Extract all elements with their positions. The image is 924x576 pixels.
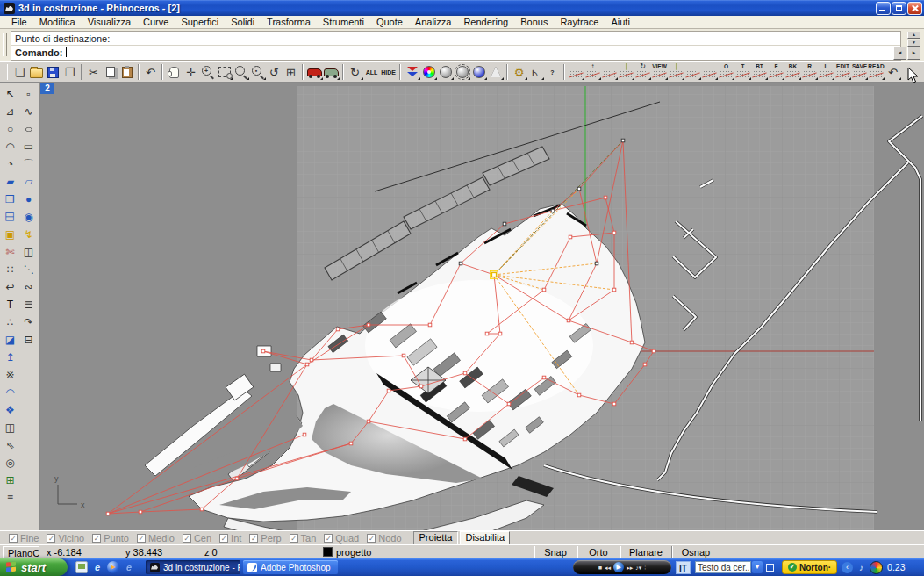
- control-point[interactable]: [652, 349, 655, 353]
- control-point[interactable]: [463, 437, 467, 441]
- control-point[interactable]: [503, 222, 506, 226]
- control-point[interactable]: [139, 510, 142, 514]
- text-tool-icon[interactable]: T: [1, 296, 19, 313]
- viewport-drawing[interactable]: y x: [40, 83, 924, 530]
- array-path-icon[interactable]: ⋱: [19, 261, 38, 278]
- arc-icon[interactable]: ⌒: [19, 155, 38, 173]
- osnap-checkbox-tan[interactable]: ✓: [290, 534, 298, 543]
- surface-corner-icon[interactable]: ▱: [19, 173, 38, 191]
- deskband-grip-icon[interactable]: ⁞: [644, 565, 646, 571]
- offset-icon[interactable]: ≣: [19, 296, 38, 313]
- rectangle-icon[interactable]: ▭: [19, 138, 38, 155]
- command-scroll-buttons[interactable]: ◂▸: [893, 47, 920, 60]
- control-point[interactable]: [200, 508, 204, 511]
- language-indicator[interactable]: IT: [676, 561, 691, 574]
- cplane-normal-icon[interactable]: ∣: [668, 63, 684, 81]
- surface-patch-icon[interactable]: ▰: [1, 173, 19, 191]
- close-button[interactable]: [907, 2, 922, 15]
- layer-pane[interactable]: progetto: [319, 546, 534, 558]
- control-point[interactable]: [595, 262, 598, 265]
- array-rect-icon[interactable]: ∷: [1, 261, 19, 278]
- cylinder-icon[interactable]: ◫: [1, 208, 19, 226]
- control-point[interactable]: [106, 512, 110, 515]
- norton-badge[interactable]: ✓ Norton·: [782, 560, 837, 574]
- taskbar-window-rhino[interactable]: 3d in costruzione - Rh...: [146, 560, 240, 574]
- internet-explorer-icon[interactable]: e: [91, 561, 104, 573]
- stop-icon[interactable]: ■: [598, 565, 602, 571]
- osnap-checkbox-quad[interactable]: ✓: [324, 534, 333, 543]
- control-point[interactable]: [604, 196, 607, 199]
- color-ball-tray-icon[interactable]: [870, 561, 883, 574]
- minimize-button[interactable]: [876, 2, 891, 15]
- split-icon[interactable]: ◫: [19, 243, 38, 261]
- loft-icon[interactable]: ◠: [1, 384, 19, 401]
- zoom-extents-icon[interactable]: ▪: [249, 63, 266, 81]
- browser-icon[interactable]: e: [123, 561, 135, 573]
- disabilita-button[interactable]: Disabilita: [460, 531, 510, 544]
- solid-union-icon[interactable]: ◉: [19, 208, 38, 226]
- layers-icon[interactable]: [404, 63, 420, 81]
- conic-curve-icon[interactable]: ◔: [1, 155, 19, 173]
- search-go-button[interactable]: [766, 564, 774, 572]
- command-prompt-line[interactable]: Comando:: [11, 45, 900, 59]
- control-point[interactable]: [630, 341, 634, 344]
- menu-item-bonus[interactable]: Bonus: [514, 17, 554, 27]
- cplane-edit-icon[interactable]: EDIT: [834, 63, 851, 81]
- deselect-icon[interactable]: ⇖: [1, 436, 19, 454]
- start-button[interactable]: start: [0, 558, 68, 576]
- cplane-rotate-icon[interactable]: ↻: [634, 63, 651, 81]
- osnap-checkbox-medio[interactable]: ✓: [137, 534, 146, 543]
- paste-icon[interactable]: [118, 63, 135, 81]
- menu-item-file[interactable]: File: [5, 17, 33, 27]
- search-dropdown-icon[interactable]: ▼: [752, 561, 763, 573]
- blend-icon[interactable]: ∾: [19, 278, 38, 296]
- control-point[interactable]: [612, 402, 616, 406]
- ortho-pane[interactable]: Orto: [577, 546, 620, 558]
- hide-objects-icon[interactable]: HIDE: [380, 63, 397, 81]
- cplane-world-icon[interactable]: [568, 63, 584, 81]
- control-point[interactable]: [459, 262, 462, 265]
- menu-item-superfici[interactable]: Superfici: [175, 17, 225, 27]
- box-icon[interactable]: ❒: [1, 191, 19, 208]
- control-point[interactable]: [349, 442, 353, 445]
- circle-icon[interactable]: ○: [1, 120, 19, 138]
- control-point[interactable]: [643, 363, 647, 366]
- taskbar-window-photoshop[interactable]: Adobe Photoshop: [243, 560, 338, 574]
- sphere-icon[interactable]: ●: [19, 191, 38, 208]
- zoom-window-icon[interactable]: [216, 63, 233, 81]
- cplane-vertical-icon[interactable]: ∣: [618, 63, 634, 81]
- previous-track-icon[interactable]: ◂◂: [605, 565, 611, 571]
- viewport-title-tab[interactable]: 2: [40, 83, 54, 94]
- show-desktop-icon[interactable]: [75, 561, 88, 573]
- menu-item-raytrace[interactable]: Raytrace: [554, 17, 605, 27]
- control-point[interactable]: [463, 371, 467, 375]
- osnap-checkbox-int[interactable]: ✓: [219, 534, 228, 543]
- control-point[interactable]: [387, 389, 390, 392]
- render-blue-icon[interactable]: [470, 63, 487, 81]
- control-point[interactable]: [577, 393, 581, 397]
- ellipse-icon[interactable]: ○: [19, 120, 38, 138]
- cplane-read-icon[interactable]: READ: [868, 63, 885, 81]
- menu-item-rendering[interactable]: Rendering: [457, 17, 514, 27]
- dimension-icon[interactable]: ⊾: [527, 63, 544, 81]
- media-player-icon[interactable]: ▸: [107, 561, 119, 573]
- cplane-surface-icon[interactable]: [701, 63, 718, 81]
- menu-item-aiuti[interactable]: Aiuti: [605, 17, 635, 27]
- safely-remove-icon[interactable]: ‹: [842, 562, 853, 573]
- control-point[interactable]: [310, 358, 313, 362]
- options-gears-icon[interactable]: ⚙: [511, 63, 527, 81]
- menu-item-curve[interactable]: Curve: [137, 17, 175, 27]
- play-icon[interactable]: ▶: [613, 562, 624, 572]
- osnap-checkbox-cen[interactable]: ✓: [183, 534, 191, 543]
- menu-item-modifica[interactable]: Modifica: [33, 17, 82, 27]
- cut-icon[interactable]: ✂: [85, 63, 102, 81]
- render-selected-icon[interactable]: [454, 63, 470, 81]
- command-box[interactable]: Punto di destinazione: Comando:: [11, 31, 901, 61]
- control-point[interactable]: [367, 323, 370, 327]
- osnap-checkbox-fine[interactable]: ✓: [9, 534, 18, 543]
- cplane-pane[interactable]: PianoC: [3, 546, 39, 558]
- menu-item-analizza[interactable]: Analizza: [409, 17, 458, 27]
- control-point[interactable]: [305, 363, 309, 366]
- cplane-undo-icon[interactable]: ↶: [885, 63, 901, 81]
- help-icon[interactable]: ?: [544, 63, 561, 81]
